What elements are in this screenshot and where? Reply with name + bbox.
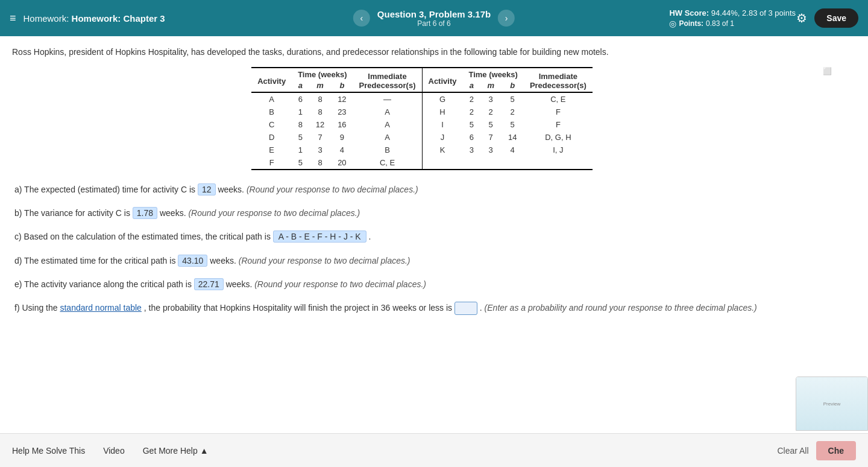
answer-b-value: 1.78 (133, 207, 157, 219)
header-score: HW Score: 94.44%, 2.83 of 3 points ◎ Poi… (669, 8, 796, 28)
cell-a-left: 8 (292, 118, 309, 131)
question-subtitle: Part 6 of 6 (377, 19, 491, 28)
cell-a-right: 2 (462, 106, 480, 118)
answer-f: f) Using the standard normal table , the… (14, 300, 829, 316)
cell-m-right: 2 (480, 106, 501, 118)
cell-pred-left: A (353, 106, 422, 118)
cell-m-right: 3 (480, 92, 501, 106)
cell-pred-left: C, E (353, 156, 422, 170)
expand-icon[interactable]: ⬜ (823, 67, 832, 75)
cell-m-left: 12 (309, 118, 331, 131)
cell-m-right: 3 (480, 144, 501, 156)
col-m-right: m (480, 79, 501, 92)
cell-m-left: 3 (309, 144, 331, 156)
time-weeks-header-left: Time (weeks) (292, 68, 353, 79)
cell-pred-right (524, 156, 593, 170)
cell-a-right: 3 (462, 144, 480, 156)
cell-b-right: 5 (501, 92, 524, 106)
cell-pred-left: — (353, 92, 422, 106)
data-table: Activity Time (weeks) ImmediatePredecess… (251, 67, 593, 170)
cell-b-left: 16 (331, 118, 353, 131)
main-content: Ross Hopkins, president of Hopkins Hospi… (0, 36, 844, 334)
col-m-left: m (309, 79, 331, 92)
table-row: D 5 7 9 A J 6 7 14 D, G, H (251, 131, 593, 144)
cell-m-left: 7 (309, 131, 331, 144)
table-row: E 1 3 4 B K 3 3 4 I, J (251, 144, 593, 156)
cell-a-left: 6 (292, 92, 309, 106)
cell-activity-left: A (251, 92, 292, 106)
cell-a-left: 1 (292, 144, 309, 156)
answer-d-value: 43.10 (178, 255, 207, 267)
cell-activity-right: G (422, 92, 462, 106)
cell-b-right: 5 (501, 118, 524, 131)
cell-pred-left: B (353, 144, 422, 156)
answer-a-note: (Round your response to two decimal plac… (247, 185, 418, 194)
table-container: ⬜ Activity Time (weeks) ImmediatePredece… (12, 67, 832, 170)
cell-m-left: 8 (309, 156, 331, 170)
cell-b-left: 20 (331, 156, 353, 170)
cell-a-right: 5 (462, 118, 480, 131)
cell-pred-left: A (353, 118, 422, 131)
cell-b-left: 9 (331, 131, 353, 144)
question-info: Question 3, Problem 3.17b Part 6 of 6 (377, 9, 491, 28)
points-line: ◎ Points: 0.83 of 1 (669, 19, 796, 28)
cell-pred-right: I, J (524, 144, 593, 156)
menu-icon[interactable]: ≡ (10, 12, 16, 25)
cell-a-left: 5 (292, 156, 309, 170)
col-b-left: b (331, 79, 353, 92)
cell-m-left: 8 (309, 106, 331, 118)
header-center: ‹ Question 3, Problem 3.17b Part 6 of 6 … (353, 9, 515, 28)
answer-a: a) The expected (estimated) time for act… (14, 182, 829, 197)
cell-m-right (480, 156, 501, 170)
answer-f-input[interactable] (454, 302, 477, 315)
table-row: B 1 8 23 A H 2 2 2 F (251, 106, 593, 118)
header: ≡ Homework: Homework: Chapter 3 ‹ Questi… (0, 0, 868, 36)
table-row: A 6 8 12 — G 2 3 5 C, E (251, 92, 593, 106)
cell-m-right: 7 (480, 131, 501, 144)
cell-activity-left: C (251, 118, 292, 131)
answer-b-note: (Round your response to two decimal plac… (188, 208, 360, 218)
answer-a-value: 12 (198, 183, 216, 195)
cell-b-left: 23 (331, 106, 353, 118)
cell-pred-left: A (353, 131, 422, 144)
save-button[interactable]: Save (814, 8, 858, 28)
immediate-pred-header-right: ImmediatePredecessor(s) (524, 68, 593, 92)
standard-normal-table-link[interactable]: standard normal table (60, 303, 141, 313)
activity-col-header-right: Activity (422, 68, 462, 92)
cell-b-right (501, 156, 524, 170)
col-b-right: b (501, 79, 524, 92)
cell-b-right: 2 (501, 106, 524, 118)
cell-a-left: 5 (292, 131, 309, 144)
cell-activity-right (422, 156, 462, 170)
cell-b-right: 4 (501, 144, 524, 156)
cell-b-left: 12 (331, 92, 353, 106)
cell-b-right: 14 (501, 131, 524, 144)
activity-col-header-left: Activity (251, 68, 292, 92)
cell-b-left: 4 (331, 144, 353, 156)
answer-c: c) Based on the calculation of the estim… (14, 229, 829, 244)
cell-activity-right: I (422, 118, 462, 131)
cell-a-right: 2 (462, 92, 480, 106)
cell-activity-left: F (251, 156, 292, 170)
cell-pred-right: F (524, 106, 593, 118)
settings-button[interactable]: ⚙ (796, 11, 807, 25)
time-weeks-header-right: Time (weeks) (462, 68, 523, 79)
next-question-button[interactable]: › (498, 10, 515, 27)
answers-section: a) The expected (estimated) time for act… (12, 182, 832, 316)
header-right: ⚙ Save (796, 8, 858, 28)
answer-e: e) The activity variance along the criti… (14, 277, 829, 292)
cell-m-right: 5 (480, 118, 501, 131)
answer-f-note: (Enter as a probability and round your r… (485, 303, 757, 313)
cell-activity-right: K (422, 144, 462, 156)
answer-d-note: (Round your response to two decimal plac… (239, 256, 410, 265)
prev-question-button[interactable]: ‹ (353, 10, 370, 27)
cell-activity-left: E (251, 144, 292, 156)
shield-icon: ◎ (669, 19, 676, 28)
immediate-pred-header-left: ImmediatePredecessor(s) (353, 68, 422, 92)
cell-pred-right: D, G, H (524, 131, 593, 144)
cell-activity-left: D (251, 131, 292, 144)
col-a-right: a (462, 79, 480, 92)
problem-description: Ross Hopkins, president of Hopkins Hospi… (12, 46, 832, 59)
cell-pred-right: F (524, 118, 593, 131)
table-row: F 5 8 20 C, E (251, 156, 593, 170)
